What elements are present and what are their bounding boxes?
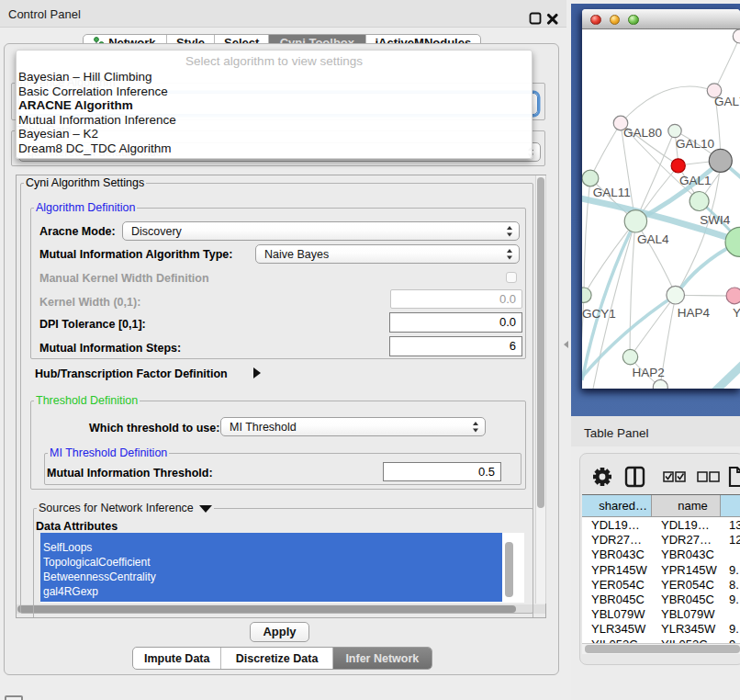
svg-text:HAP4: HAP4 bbox=[678, 306, 711, 320]
svg-text:GAL1: GAL1 bbox=[679, 174, 712, 187]
svg-text:GAL4: GAL4 bbox=[637, 232, 669, 246]
svg-text:HAP2: HAP2 bbox=[632, 366, 664, 379]
svg-text:Y: Y bbox=[733, 306, 740, 320]
svg-text:GCY1: GCY1 bbox=[582, 307, 616, 321]
svg-text:GAL7: GAL7 bbox=[714, 95, 740, 108]
svg-text:GAL11: GAL11 bbox=[593, 186, 631, 199]
svg-text:SWI4: SWI4 bbox=[700, 213, 730, 227]
svg-text:GAL80: GAL80 bbox=[623, 126, 662, 140]
svg-text:GAL10: GAL10 bbox=[676, 137, 714, 151]
